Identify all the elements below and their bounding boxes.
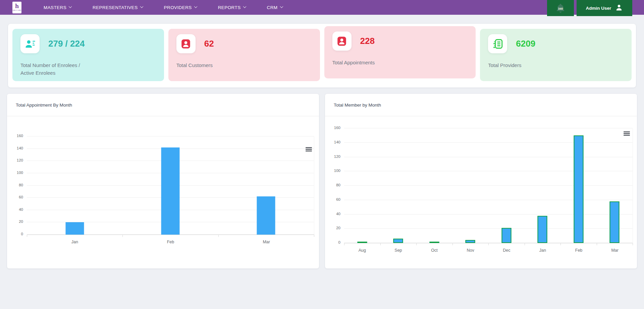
stat-icon-box xyxy=(488,34,507,53)
main-menu: MASTERS REPRESENTATIVES PROVIDERS REPORT… xyxy=(44,5,283,10)
axis-tick xyxy=(597,243,633,245)
x-axis-labels: AugSepOctNovDecJanFebMar xyxy=(344,248,633,253)
notifications-button[interactable]: 340 xyxy=(547,0,574,16)
y-axis-label: 100 xyxy=(17,171,23,175)
chart-title: Total Appointment By Month xyxy=(7,94,319,116)
bar-chart-members: 020406080100120140160 AugSepOctNovDecJan… xyxy=(325,128,637,253)
bar-sep[interactable] xyxy=(393,239,403,243)
chart-panel-members-by-month: Total Member by Month 020406080100120140… xyxy=(325,94,637,268)
nav-item-providers[interactable]: PROVIDERS xyxy=(164,5,197,10)
chart-title: Total Member by Month xyxy=(325,94,637,116)
chevron-down-icon xyxy=(69,5,72,8)
stat-label: Total Number of Enrolees / Active Enrole… xyxy=(20,61,156,77)
y-axis-label: 120 xyxy=(17,158,23,162)
charts-section: Total Appointment By Month 0204060801001… xyxy=(7,94,637,268)
x-axis-label: Feb xyxy=(123,240,219,244)
chart-panel-appointments-by-month: Total Appointment By Month 0204060801001… xyxy=(7,94,319,268)
x-axis-label: Jan xyxy=(525,248,561,253)
y-axis-label: 60 xyxy=(19,195,23,199)
stat-card-providers[interactable]: 6209 Total Providers xyxy=(480,29,632,81)
bar-aug[interactable] xyxy=(357,242,367,243)
stat-card-appointments[interactable]: 228 Total Appointments xyxy=(324,26,476,78)
y-axis-label: 160 xyxy=(334,126,340,130)
bar-mar[interactable] xyxy=(610,201,620,243)
axis-tick xyxy=(27,235,123,237)
stat-label: Total Providers xyxy=(488,61,624,69)
x-axis-label: Nov xyxy=(452,248,489,253)
bar-feb[interactable] xyxy=(574,135,583,243)
nav-item-representatives[interactable]: REPRESENTATIVES xyxy=(93,5,143,10)
y-axis-label: 160 xyxy=(17,134,23,138)
stat-icon-box xyxy=(176,34,196,53)
axis-tick xyxy=(344,243,381,245)
axis-tick xyxy=(417,243,453,245)
y-axis-label: 20 xyxy=(336,226,340,230)
y-axis-label: 40 xyxy=(336,212,340,216)
logo-caption: HEAL N CARE xyxy=(13,10,21,11)
x-axis-labels: JanFebMar xyxy=(27,240,314,244)
stat-value: 62 xyxy=(204,39,214,49)
chart-plot-area: 020406080100120140160 xyxy=(27,136,314,235)
navbar-actions: 340 Admin User xyxy=(547,0,632,16)
stat-icon-box xyxy=(20,34,40,53)
stat-label: Total Customers xyxy=(176,61,312,69)
bar-nov[interactable] xyxy=(466,240,475,243)
y-axis-label: 80 xyxy=(19,183,23,187)
axis-tick xyxy=(453,243,489,245)
logo-letter: h xyxy=(15,4,19,9)
nav-item-crm[interactable]: CRM xyxy=(267,5,283,10)
chevron-down-icon xyxy=(140,5,143,8)
axis-tick xyxy=(123,235,218,237)
user-menu[interactable]: Admin User xyxy=(577,0,632,16)
nav-item-label: CRM xyxy=(267,5,278,10)
bar-jan[interactable] xyxy=(538,216,547,243)
user-avatar-icon xyxy=(615,4,623,13)
bar-feb[interactable] xyxy=(161,147,179,235)
axis-tick xyxy=(381,243,417,245)
nav-item-masters[interactable]: MASTERS xyxy=(44,5,71,10)
top-navbar: h HEAL N CARE MASTERS REPRESENTATIVES PR… xyxy=(0,0,644,15)
bar-chart-appointments: 020406080100120140160 JanFebMar xyxy=(7,136,319,244)
chevron-down-icon xyxy=(280,5,283,8)
x-axis xyxy=(344,243,633,245)
bar-jan[interactable] xyxy=(65,222,84,235)
nav-item-label: PROVIDERS xyxy=(164,5,192,10)
nav-item-reports[interactable]: REPORTS xyxy=(218,5,246,10)
stat-value: 279 / 224 xyxy=(48,39,85,49)
axis-tick xyxy=(525,243,561,245)
bar-mar[interactable] xyxy=(257,196,275,235)
y-axis-label: 20 xyxy=(19,220,23,224)
app-logo[interactable]: h HEAL N CARE xyxy=(12,2,21,13)
nav-item-label: REPRESENTATIVES xyxy=(93,5,138,10)
bar-dec[interactable] xyxy=(501,228,511,243)
enrolees-list-icon xyxy=(24,38,36,50)
y-axis-label: 0 xyxy=(21,232,23,236)
notification-count-badge: 340 xyxy=(558,7,563,10)
y-axis-label: 120 xyxy=(334,154,340,159)
x-axis-label: Oct xyxy=(416,248,452,253)
x-axis-label: Mar xyxy=(218,240,314,244)
y-axis-label: 0 xyxy=(338,240,340,244)
stats-container: 279 / 224 Total Number of Enrolees / Act… xyxy=(8,24,636,87)
stat-label: Total Appointments xyxy=(332,59,468,66)
stat-card-enrolees[interactable]: 279 / 224 Total Number of Enrolees / Act… xyxy=(12,29,164,81)
user-name: Admin User xyxy=(586,6,611,11)
x-axis-label: Jan xyxy=(27,240,123,244)
providers-list-icon xyxy=(492,38,503,50)
y-axis-label: 140 xyxy=(17,146,23,150)
x-axis-label: Feb xyxy=(561,248,597,253)
chevron-down-icon xyxy=(194,5,197,8)
x-axis-label: Dec xyxy=(489,248,525,253)
nav-item-label: MASTERS xyxy=(44,5,66,10)
stat-card-customers[interactable]: 62 Total Customers xyxy=(168,29,320,81)
x-axis xyxy=(27,235,314,237)
axis-tick xyxy=(561,243,597,245)
y-axis-label: 100 xyxy=(334,169,340,173)
chevron-down-icon xyxy=(243,5,246,8)
bar-oct[interactable] xyxy=(429,242,439,243)
y-axis-label: 140 xyxy=(334,140,340,144)
stat-value: 228 xyxy=(360,36,375,46)
axis-tick xyxy=(489,243,525,245)
appointment-badge-icon xyxy=(336,36,347,47)
y-axis-label: 60 xyxy=(336,197,340,201)
